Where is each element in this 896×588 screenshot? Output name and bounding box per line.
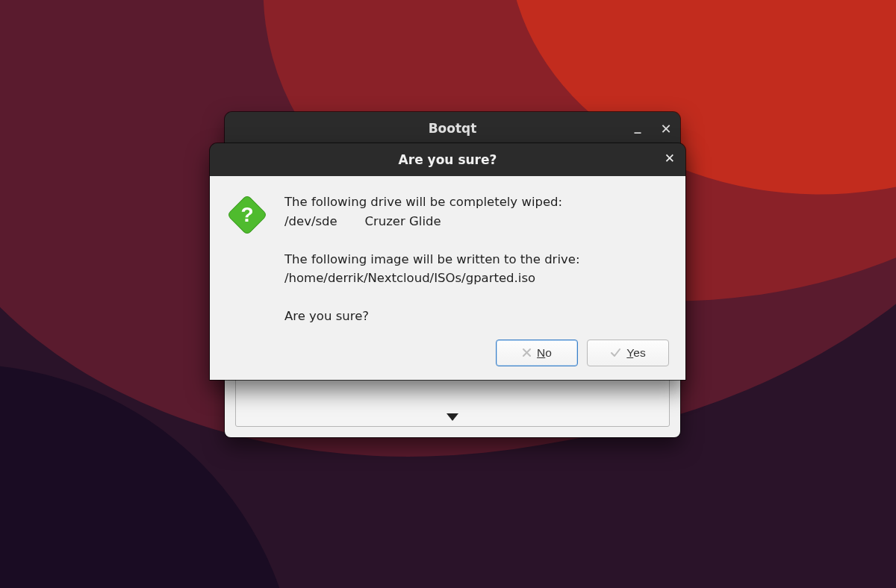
no-button-rest: o: [545, 346, 552, 359]
yes-button-rest: es: [633, 346, 645, 359]
yes-button-mnemonic: Y: [626, 346, 633, 359]
no-button-mnemonic: N: [537, 346, 545, 359]
svg-text:?: ?: [240, 203, 253, 226]
dropdown-caret-icon: [447, 413, 458, 421]
check-icon: [610, 348, 621, 357]
dialog-message: The following drive will be completely w…: [284, 193, 669, 326]
cancel-x-icon: [522, 348, 532, 357]
question-icon: ?: [226, 194, 268, 236]
close-icon[interactable]: ✕: [665, 151, 675, 166]
dialog-titlebar[interactable]: Are you sure? ✕: [210, 143, 685, 176]
parent-window-title: Bootqt: [429, 121, 477, 136]
parent-window-titlebar[interactable]: Bootqt _ ✕: [225, 112, 680, 145]
minimize-button[interactable]: _: [629, 118, 646, 134]
confirm-dialog: Are you sure? ✕ ? The following drive wi…: [210, 143, 685, 380]
dialog-title: Are you sure?: [399, 152, 497, 167]
close-button[interactable]: ✕: [658, 121, 674, 137]
yes-button[interactable]: Yes: [587, 340, 669, 366]
no-button[interactable]: No: [496, 340, 578, 366]
